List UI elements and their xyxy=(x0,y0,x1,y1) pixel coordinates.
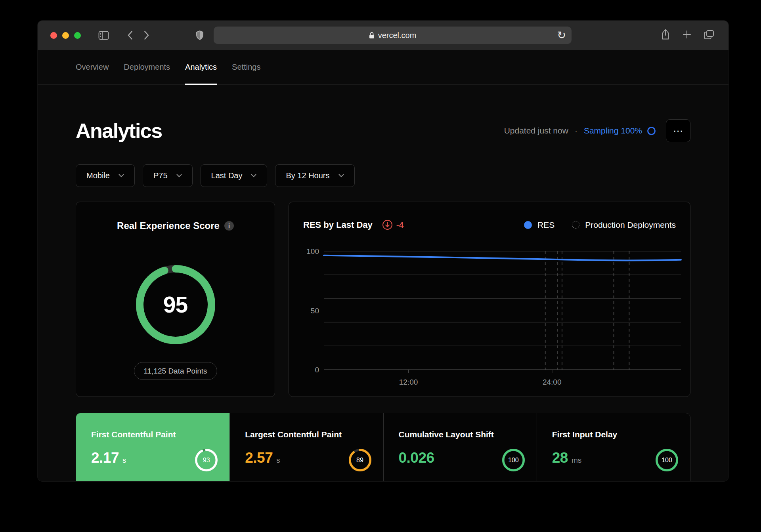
svg-text:100: 100 xyxy=(306,247,319,256)
metric-score-ring: 100 xyxy=(502,449,525,471)
tab-overview-icon[interactable] xyxy=(704,30,714,41)
range-filter-dropdown[interactable]: Last Day xyxy=(201,164,268,187)
res-chart-card: RES by Last Day -4 RES Production xyxy=(289,202,690,397)
chevron-down-icon xyxy=(338,174,344,177)
metric-score-ring: 89 xyxy=(349,449,371,471)
close-button[interactable] xyxy=(50,32,57,39)
sampling-link[interactable]: Sampling 100% xyxy=(584,126,642,135)
metric-score-ring: 93 xyxy=(195,449,218,471)
percentile-filter-dropdown[interactable]: P75 xyxy=(143,164,193,187)
filter-bar: Mobile P75 Last Day By 12 Hours xyxy=(76,164,690,187)
tab-deployments[interactable]: Deployments xyxy=(124,50,170,84)
metric-first-input-delay[interactable]: First Input Delay 28 ms 100 xyxy=(537,413,690,481)
res-card-title: Real Experience Score xyxy=(117,220,220,231)
svg-text:12:00: 12:00 xyxy=(399,378,418,386)
share-icon[interactable] xyxy=(661,29,670,42)
svg-text:50: 50 xyxy=(311,307,319,315)
privacy-shield-icon[interactable] xyxy=(195,30,204,40)
forward-button-icon[interactable] xyxy=(144,31,149,40)
tab-overview[interactable]: Overview xyxy=(76,50,109,84)
overflow-menu-button[interactable]: ⋯ xyxy=(666,119,690,142)
traffic-lights xyxy=(50,32,81,39)
web-vitals-row: First Contentful Paint 2.17 s 93 Largest… xyxy=(76,413,690,481)
browser-window: vercel.com ↻ xyxy=(38,21,728,481)
chevron-down-icon xyxy=(176,174,182,177)
real-experience-score-card: Real Experience Score i 95 11,125 Data P… xyxy=(76,202,275,397)
separator-dot: · xyxy=(575,126,577,135)
browser-titlebar: vercel.com ↻ xyxy=(38,21,728,50)
updated-status: Updated just now xyxy=(504,126,568,135)
info-icon[interactable]: i xyxy=(224,221,234,231)
metric-first-contentful-paint[interactable]: First Contentful Paint 2.17 s 93 xyxy=(76,413,229,481)
device-filter-dropdown[interactable]: Mobile xyxy=(76,164,135,187)
back-button-icon[interactable] xyxy=(127,31,133,40)
reload-icon[interactable]: ↻ xyxy=(557,27,566,44)
res-score-gauge: 95 xyxy=(136,265,215,344)
lock-icon xyxy=(369,32,375,39)
res-line-chart: 05010012:0024:00 xyxy=(289,202,691,397)
url-text: vercel.com xyxy=(378,31,417,40)
res-score-value: 95 xyxy=(136,265,215,344)
metric-score-ring: 100 xyxy=(656,449,678,471)
data-points-pill[interactable]: 11,125 Data Points xyxy=(134,362,217,380)
tab-settings[interactable]: Settings xyxy=(232,50,260,84)
metric-cumulative-layout-shift[interactable]: Cumulative Layout Shift 0.026 100 xyxy=(383,413,537,481)
chrome-actions xyxy=(661,29,714,42)
tab-analytics[interactable]: Analytics xyxy=(185,50,217,84)
svg-text:24:00: 24:00 xyxy=(543,378,562,386)
zoom-button[interactable] xyxy=(74,32,81,39)
metric-largest-contentful-paint[interactable]: Largest Contentful Paint 2.57 s 89 xyxy=(229,413,383,481)
site-nav: Overview Deployments Analytics Settings xyxy=(38,50,728,85)
minimize-button[interactable] xyxy=(62,32,69,39)
chevron-down-icon xyxy=(251,174,256,177)
chevron-down-icon xyxy=(119,174,124,177)
page-title: Analytics xyxy=(76,119,162,143)
new-tab-plus-icon[interactable] xyxy=(682,30,692,41)
svg-text:0: 0 xyxy=(315,366,319,374)
address-bar[interactable]: vercel.com ↻ xyxy=(214,27,572,44)
interval-filter-dropdown[interactable]: By 12 Hours xyxy=(275,164,354,187)
sidebar-toggle-icon[interactable] xyxy=(98,31,109,40)
sampling-progress-ring xyxy=(647,127,656,135)
